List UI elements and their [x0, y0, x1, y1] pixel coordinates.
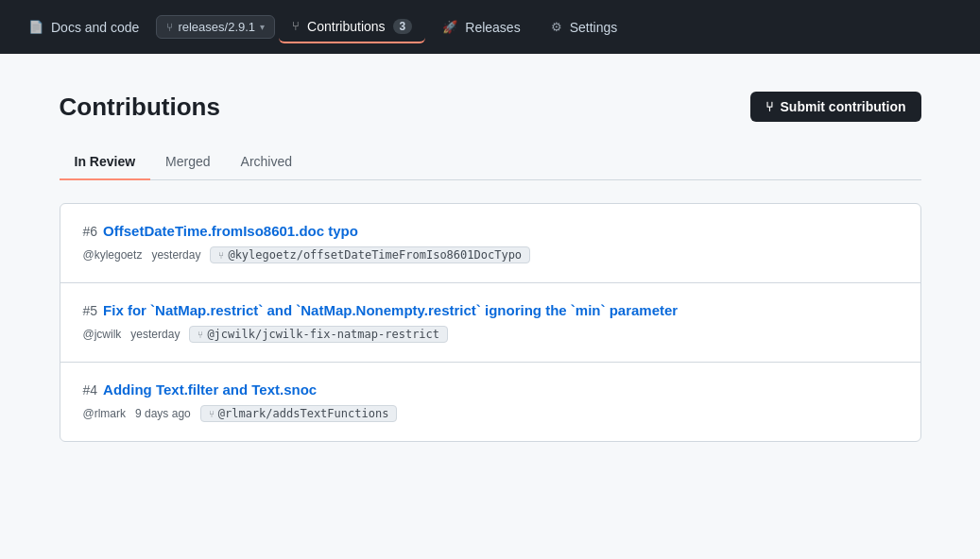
chevron-down-icon: ▾ [260, 22, 265, 32]
nav-docs-and-code[interactable]: 📄 Docs and code [15, 12, 152, 42]
branch-name: @rlmark/addsTextFunctions [218, 407, 389, 420]
tab-archived-label: Archived [241, 154, 292, 169]
contribution-time: 9 days ago [135, 407, 191, 420]
branch-tag: ⑂ @kylegoetz/offsetDateTimeFromIso8601Do… [210, 246, 530, 263]
contribution-link[interactable]: Fix for `NatMap.restrict` and `NatMap.No… [103, 302, 678, 318]
contribution-time: yesterday [130, 328, 180, 341]
topnav: 📄 Docs and code ⑂ releases/2.9.1 ▾ ⑂ Con… [0, 0, 980, 54]
tab-merged[interactable]: Merged [150, 144, 225, 180]
contribution-title: #5 Fix for `NatMap.restrict` and `NatMap… [83, 302, 898, 318]
branch-selector[interactable]: ⑂ releases/2.9.1 ▾ [156, 15, 275, 39]
contribution-meta: @kylegoetz yesterday ⑂ @kylegoetz/offset… [83, 246, 898, 263]
branch-icon: ⑂ [166, 21, 173, 34]
contributions-badge: 3 [393, 19, 413, 34]
nav-releases-label: Releases [465, 20, 520, 35]
page-header: Contributions ⑂ Submit contribution [60, 92, 921, 122]
gear-icon: ⚙ [551, 20, 562, 34]
submit-btn-label: Submit contribution [781, 99, 906, 114]
nav-contributions[interactable]: ⑂ Contributions 3 [279, 11, 425, 43]
contribution-meta: @rlmark 9 days ago ⑂ @rlmark/addsTextFun… [83, 405, 898, 422]
rocket-icon: 🚀 [442, 20, 457, 34]
fork-icon: ⑂ [209, 409, 215, 419]
contribution-item: #6 OffsetDateTime.fromIso8601.doc typo @… [60, 204, 920, 283]
tab-in-review-label: In Review [75, 154, 136, 169]
contribution-link[interactable]: Adding Text.filter and Text.snoc [103, 381, 317, 398]
submit-contribution-button[interactable]: ⑂ Submit contribution [750, 92, 921, 122]
contribution-item: #4 Adding Text.filter and Text.snoc @rlm… [60, 363, 920, 441]
nav-settings-label: Settings [570, 20, 618, 35]
nav-docs-label: Docs and code [51, 20, 139, 35]
contribution-author: @jcwilk [83, 328, 122, 341]
tab-in-review[interactable]: In Review [60, 144, 151, 180]
contribution-number: #4 [83, 382, 98, 398]
contribution-author: @kylegoetz [83, 248, 143, 262]
docs-icon: 📄 [28, 20, 43, 34]
main-content: Contributions ⑂ Submit contribution In R… [37, 54, 944, 465]
branch-tag: ⑂ @jcwilk/jcwilk-fix-natmap-restrict [189, 326, 448, 343]
contribution-link[interactable]: OffsetDateTime.fromIso8601.doc typo [103, 223, 358, 239]
nav-settings[interactable]: ⚙ Settings [538, 12, 631, 42]
branch-name: @jcwilk/jcwilk-fix-natmap-restrict [207, 328, 439, 341]
tab-merged-label: Merged [165, 154, 210, 169]
contribution-number: #5 [83, 303, 98, 318]
contributions-list: #6 OffsetDateTime.fromIso8601.doc typo @… [60, 203, 921, 442]
contribution-title: #6 OffsetDateTime.fromIso8601.doc typo [83, 223, 898, 239]
fork-icon: ⑂ [218, 250, 224, 261]
contribution-author: @rlmark [83, 407, 127, 420]
submit-icon: ⑂ [765, 99, 773, 114]
page-title: Contributions [60, 93, 220, 122]
tab-archived[interactable]: Archived [226, 144, 307, 180]
contribution-time: yesterday [151, 248, 200, 262]
contributions-icon: ⑂ [292, 19, 300, 33]
contributions-tabs: In Review Merged Archived [60, 144, 921, 180]
contribution-item: #5 Fix for `NatMap.restrict` and `NatMap… [60, 283, 920, 363]
contribution-meta: @jcwilk yesterday ⑂ @jcwilk/jcwilk-fix-n… [83, 326, 898, 343]
branch-name: @kylegoetz/offsetDateTimeFromIso8601DocT… [228, 248, 522, 262]
contribution-title: #4 Adding Text.filter and Text.snoc [83, 381, 898, 398]
nav-releases[interactable]: 🚀 Releases [429, 12, 533, 42]
branch-tag: ⑂ @rlmark/addsTextFunctions [200, 405, 398, 422]
fork-icon: ⑂ [198, 330, 203, 340]
contribution-number: #6 [83, 224, 98, 239]
nav-contributions-label: Contributions [307, 19, 386, 34]
branch-label: releases/2.9.1 [178, 20, 255, 34]
